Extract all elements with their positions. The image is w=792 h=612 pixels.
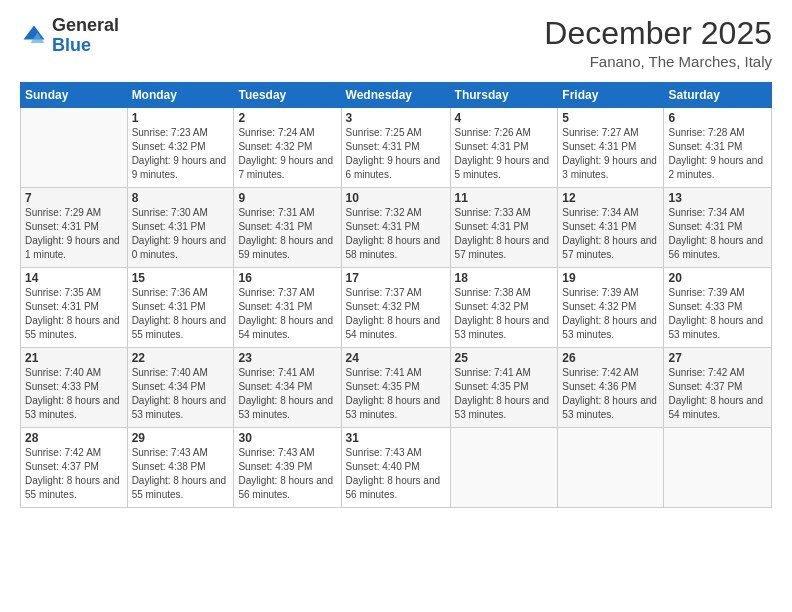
day-number: 19	[562, 271, 659, 285]
table-row: 17 Sunrise: 7:37 AMSunset: 4:32 PMDaylig…	[341, 268, 450, 348]
table-row: 5 Sunrise: 7:27 AMSunset: 4:31 PMDayligh…	[558, 108, 664, 188]
day-number: 4	[455, 111, 554, 125]
table-row: 2 Sunrise: 7:24 AMSunset: 4:32 PMDayligh…	[234, 108, 341, 188]
table-row	[664, 428, 772, 508]
table-row: 16 Sunrise: 7:37 AMSunset: 4:31 PMDaylig…	[234, 268, 341, 348]
header-wednesday: Wednesday	[341, 83, 450, 108]
day-info: Sunrise: 7:42 AMSunset: 4:37 PMDaylight:…	[668, 366, 767, 422]
table-row: 22 Sunrise: 7:40 AMSunset: 4:34 PMDaylig…	[127, 348, 234, 428]
day-number: 20	[668, 271, 767, 285]
day-info: Sunrise: 7:43 AMSunset: 4:38 PMDaylight:…	[132, 446, 230, 502]
day-info: Sunrise: 7:43 AMSunset: 4:40 PMDaylight:…	[346, 446, 446, 502]
day-info: Sunrise: 7:41 AMSunset: 4:35 PMDaylight:…	[455, 366, 554, 422]
calendar-page: General Blue December 2025 Fanano, The M…	[0, 0, 792, 612]
table-row: 28 Sunrise: 7:42 AMSunset: 4:37 PMDaylig…	[21, 428, 128, 508]
calendar-week-row: 1 Sunrise: 7:23 AMSunset: 4:32 PMDayligh…	[21, 108, 772, 188]
table-row: 7 Sunrise: 7:29 AMSunset: 4:31 PMDayligh…	[21, 188, 128, 268]
day-info: Sunrise: 7:30 AMSunset: 4:31 PMDaylight:…	[132, 206, 230, 262]
day-info: Sunrise: 7:43 AMSunset: 4:39 PMDaylight:…	[238, 446, 336, 502]
table-row: 10 Sunrise: 7:32 AMSunset: 4:31 PMDaylig…	[341, 188, 450, 268]
day-number: 23	[238, 351, 336, 365]
calendar-week-row: 28 Sunrise: 7:42 AMSunset: 4:37 PMDaylig…	[21, 428, 772, 508]
day-info: Sunrise: 7:39 AMSunset: 4:32 PMDaylight:…	[562, 286, 659, 342]
day-number: 18	[455, 271, 554, 285]
day-number: 2	[238, 111, 336, 125]
day-number: 22	[132, 351, 230, 365]
calendar-table: Sunday Monday Tuesday Wednesday Thursday…	[20, 82, 772, 508]
table-row	[558, 428, 664, 508]
table-row: 23 Sunrise: 7:41 AMSunset: 4:34 PMDaylig…	[234, 348, 341, 428]
day-number: 1	[132, 111, 230, 125]
day-info: Sunrise: 7:40 AMSunset: 4:34 PMDaylight:…	[132, 366, 230, 422]
calendar-week-row: 21 Sunrise: 7:40 AMSunset: 4:33 PMDaylig…	[21, 348, 772, 428]
logo: General Blue	[20, 16, 119, 56]
day-number: 29	[132, 431, 230, 445]
day-number: 11	[455, 191, 554, 205]
table-row: 1 Sunrise: 7:23 AMSunset: 4:32 PMDayligh…	[127, 108, 234, 188]
day-info: Sunrise: 7:41 AMSunset: 4:34 PMDaylight:…	[238, 366, 336, 422]
day-info: Sunrise: 7:29 AMSunset: 4:31 PMDaylight:…	[25, 206, 123, 262]
day-number: 14	[25, 271, 123, 285]
day-info: Sunrise: 7:41 AMSunset: 4:35 PMDaylight:…	[346, 366, 446, 422]
table-row: 19 Sunrise: 7:39 AMSunset: 4:32 PMDaylig…	[558, 268, 664, 348]
logo-icon	[20, 22, 48, 50]
day-info: Sunrise: 7:32 AMSunset: 4:31 PMDaylight:…	[346, 206, 446, 262]
day-number: 5	[562, 111, 659, 125]
day-number: 7	[25, 191, 123, 205]
table-row: 14 Sunrise: 7:35 AMSunset: 4:31 PMDaylig…	[21, 268, 128, 348]
day-info: Sunrise: 7:34 AMSunset: 4:31 PMDaylight:…	[668, 206, 767, 262]
table-row: 11 Sunrise: 7:33 AMSunset: 4:31 PMDaylig…	[450, 188, 558, 268]
table-row: 3 Sunrise: 7:25 AMSunset: 4:31 PMDayligh…	[341, 108, 450, 188]
day-info: Sunrise: 7:35 AMSunset: 4:31 PMDaylight:…	[25, 286, 123, 342]
day-info: Sunrise: 7:23 AMSunset: 4:32 PMDaylight:…	[132, 126, 230, 182]
day-number: 15	[132, 271, 230, 285]
page-header: General Blue December 2025 Fanano, The M…	[20, 16, 772, 70]
svg-marker-0	[24, 25, 45, 39]
day-info: Sunrise: 7:38 AMSunset: 4:32 PMDaylight:…	[455, 286, 554, 342]
table-row: 18 Sunrise: 7:38 AMSunset: 4:32 PMDaylig…	[450, 268, 558, 348]
weekday-header-row: Sunday Monday Tuesday Wednesday Thursday…	[21, 83, 772, 108]
day-number: 17	[346, 271, 446, 285]
location: Fanano, The Marches, Italy	[544, 53, 772, 70]
day-number: 31	[346, 431, 446, 445]
day-number: 8	[132, 191, 230, 205]
title-section: December 2025 Fanano, The Marches, Italy	[544, 16, 772, 70]
day-info: Sunrise: 7:33 AMSunset: 4:31 PMDaylight:…	[455, 206, 554, 262]
table-row: 4 Sunrise: 7:26 AMSunset: 4:31 PMDayligh…	[450, 108, 558, 188]
day-info: Sunrise: 7:40 AMSunset: 4:33 PMDaylight:…	[25, 366, 123, 422]
logo-text: General Blue	[52, 16, 119, 56]
day-info: Sunrise: 7:36 AMSunset: 4:31 PMDaylight:…	[132, 286, 230, 342]
table-row: 15 Sunrise: 7:36 AMSunset: 4:31 PMDaylig…	[127, 268, 234, 348]
day-number: 10	[346, 191, 446, 205]
day-number: 16	[238, 271, 336, 285]
day-number: 9	[238, 191, 336, 205]
table-row: 6 Sunrise: 7:28 AMSunset: 4:31 PMDayligh…	[664, 108, 772, 188]
day-info: Sunrise: 7:28 AMSunset: 4:31 PMDaylight:…	[668, 126, 767, 182]
day-number: 26	[562, 351, 659, 365]
calendar-week-row: 14 Sunrise: 7:35 AMSunset: 4:31 PMDaylig…	[21, 268, 772, 348]
day-info: Sunrise: 7:26 AMSunset: 4:31 PMDaylight:…	[455, 126, 554, 182]
table-row: 21 Sunrise: 7:40 AMSunset: 4:33 PMDaylig…	[21, 348, 128, 428]
day-info: Sunrise: 7:34 AMSunset: 4:31 PMDaylight:…	[562, 206, 659, 262]
day-number: 13	[668, 191, 767, 205]
day-info: Sunrise: 7:37 AMSunset: 4:32 PMDaylight:…	[346, 286, 446, 342]
header-monday: Monday	[127, 83, 234, 108]
header-saturday: Saturday	[664, 83, 772, 108]
header-thursday: Thursday	[450, 83, 558, 108]
day-info: Sunrise: 7:42 AMSunset: 4:36 PMDaylight:…	[562, 366, 659, 422]
table-row: 26 Sunrise: 7:42 AMSunset: 4:36 PMDaylig…	[558, 348, 664, 428]
header-friday: Friday	[558, 83, 664, 108]
day-number: 6	[668, 111, 767, 125]
table-row	[21, 108, 128, 188]
day-info: Sunrise: 7:37 AMSunset: 4:31 PMDaylight:…	[238, 286, 336, 342]
table-row	[450, 428, 558, 508]
table-row: 12 Sunrise: 7:34 AMSunset: 4:31 PMDaylig…	[558, 188, 664, 268]
table-row: 27 Sunrise: 7:42 AMSunset: 4:37 PMDaylig…	[664, 348, 772, 428]
table-row: 8 Sunrise: 7:30 AMSunset: 4:31 PMDayligh…	[127, 188, 234, 268]
header-sunday: Sunday	[21, 83, 128, 108]
table-row: 30 Sunrise: 7:43 AMSunset: 4:39 PMDaylig…	[234, 428, 341, 508]
table-row: 24 Sunrise: 7:41 AMSunset: 4:35 PMDaylig…	[341, 348, 450, 428]
day-number: 27	[668, 351, 767, 365]
header-tuesday: Tuesday	[234, 83, 341, 108]
table-row: 20 Sunrise: 7:39 AMSunset: 4:33 PMDaylig…	[664, 268, 772, 348]
